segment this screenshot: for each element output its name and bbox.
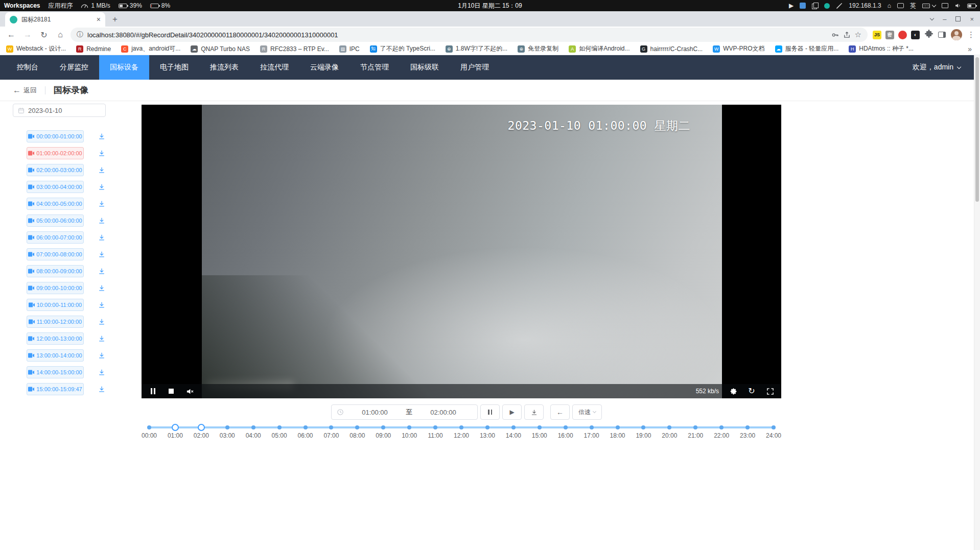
record-segment-button[interactable]: 03:00:00-04:00:00	[27, 181, 84, 193]
applications-menu-button[interactable]: 应用程序	[48, 2, 73, 10]
player-fullscreen-icon[interactable]	[766, 387, 774, 395]
tray-battery-icon[interactable]	[967, 4, 976, 8]
bookmark-item[interactable]: R RFC2833 – RTP Ev...	[260, 45, 329, 53]
battery-secondary-indicator[interactable]: 8%	[150, 2, 170, 9]
bookmark-item[interactable]: ⊕ 免登录复制	[518, 44, 558, 53]
download-icon[interactable]	[98, 351, 106, 360]
timeline-dot[interactable]	[616, 425, 620, 429]
timeline-dot[interactable]	[304, 425, 308, 429]
download-icon[interactable]	[98, 250, 106, 258]
record-segment-button[interactable]: 04:00:00-05:00:00	[27, 198, 84, 210]
download-icon[interactable]	[98, 183, 106, 191]
timeline-dot[interactable]	[511, 425, 516, 429]
nav-item[interactable]: 推流列表	[199, 55, 249, 80]
nav-item[interactable]: 分屏监控	[49, 55, 99, 80]
scrollbar-thumb[interactable]	[975, 57, 979, 202]
download-icon[interactable]	[98, 301, 106, 309]
record-segment-button[interactable]: 13:00:00-14:00:00	[27, 349, 84, 362]
site-info-icon[interactable]: ⓘ	[77, 30, 83, 39]
display-icon[interactable]	[942, 3, 948, 8]
window-maximize-button[interactable]	[955, 16, 961, 21]
battery-indicator[interactable]: 39%	[119, 2, 142, 9]
download-icon[interactable]	[98, 368, 106, 376]
bookmark-item[interactable]: 知 了不起的 TypeScri...	[370, 44, 435, 53]
bookmark-item[interactable]: ☁ 服务器 - 轻量应用...	[775, 44, 839, 53]
bookmark-item[interactable]: W Webstack - 设计...	[6, 44, 66, 53]
clock[interactable]: 1月10日 星期二 15：09	[458, 2, 522, 10]
download-icon[interactable]	[98, 267, 106, 275]
player-refresh-icon[interactable]: ↻	[748, 387, 756, 395]
back-link[interactable]: ← 返回	[13, 86, 37, 95]
tab-close-icon[interactable]: ×	[97, 16, 101, 23]
browser-tab[interactable]: 国标28181 ×	[5, 12, 105, 27]
tab-search-chevron-icon[interactable]	[930, 16, 934, 20]
record-segment-button[interactable]: 00:00:00-01:00:00	[27, 130, 84, 142]
download-icon[interactable]	[98, 385, 106, 393]
timeline-dot[interactable]	[667, 425, 671, 429]
workspaces-button[interactable]: Workspaces	[4, 2, 40, 9]
download-icon[interactable]	[98, 284, 106, 292]
download-icon[interactable]	[98, 233, 106, 242]
extensions-puzzle-icon[interactable]	[925, 30, 933, 40]
timeline-dot[interactable]	[590, 425, 594, 429]
rewind-button[interactable]: ←	[550, 404, 570, 420]
record-segment-button[interactable]: 11:00:00-12:00:00	[27, 316, 84, 328]
ip-address-indicator[interactable]: 192.168.1.3	[849, 2, 881, 9]
timeline-dot[interactable]	[719, 425, 724, 429]
player-settings-gear-icon[interactable]	[729, 387, 737, 395]
bookmark-item[interactable]: G hairrrrr/C-CrashC...	[640, 45, 703, 53]
window-minimize-button[interactable]: –	[943, 15, 946, 23]
download-icon[interactable]	[98, 132, 106, 140]
timeline-dot[interactable]	[745, 425, 750, 429]
clipboard-icon[interactable]	[812, 3, 818, 9]
extension-icon[interactable]: 密	[885, 31, 894, 39]
window-close-button[interactable]: ×	[970, 15, 974, 23]
network-speed-indicator[interactable]: 1 MB/s	[81, 2, 110, 9]
page-scrollbar[interactable]	[974, 55, 980, 550]
share-icon[interactable]	[843, 31, 851, 39]
timeline-dot[interactable]	[251, 425, 255, 429]
tools-icon[interactable]	[836, 3, 843, 9]
nav-item[interactable]: 节点管理	[349, 55, 400, 80]
timeline-dot[interactable]	[433, 425, 437, 429]
timeline-dot[interactable]	[277, 425, 282, 429]
record-segment-button[interactable]: 02:00:00-03:00:00	[27, 164, 84, 176]
extension-icon[interactable]: ◐	[911, 31, 920, 39]
record-segment-button[interactable]: 14:00:00-15:00:00	[27, 366, 84, 378]
volume-icon[interactable]	[954, 3, 961, 9]
record-segment-button[interactable]: 07:00:00-08:00:00	[27, 248, 84, 260]
speed-dropdown[interactable]: 倍速	[572, 404, 602, 420]
nav-item[interactable]: 拉流代理	[249, 55, 299, 80]
status-dot-icon[interactable]	[824, 3, 830, 9]
date-picker-input[interactable]: 2023-01-10	[13, 104, 106, 117]
browser-home-button[interactable]: ⌂	[54, 29, 66, 41]
forward-button[interactable]: →	[21, 29, 34, 41]
password-key-icon[interactable]	[831, 31, 839, 39]
time-range-input[interactable]: 01:00:00 至 02:00:00	[331, 404, 478, 420]
timeline-dot[interactable]	[381, 425, 385, 429]
player-pause-icon[interactable]	[149, 387, 157, 395]
timeline-dot[interactable]	[355, 425, 359, 429]
media-play-icon[interactable]: ▶	[789, 3, 794, 9]
range-start-time[interactable]: 01:00:00	[346, 409, 404, 416]
bookmark-item[interactable]: R Redmine	[76, 45, 111, 53]
notification-icon[interactable]	[897, 3, 904, 8]
record-segment-button[interactable]: 01:00:00-02:00:00	[27, 147, 84, 159]
timeline-dot[interactable]	[407, 425, 411, 429]
side-panel-icon[interactable]	[938, 32, 946, 38]
range-end-time[interactable]: 02:00:00	[414, 409, 472, 416]
nav-item[interactable]: 用户管理	[450, 55, 500, 80]
pause-button[interactable]	[480, 404, 500, 420]
reload-button[interactable]: ↻	[38, 29, 50, 41]
record-segment-button[interactable]: 06:00:00-07:00:00	[27, 231, 84, 244]
record-segment-button[interactable]: 15:00:00-15:09:47	[27, 383, 84, 395]
download-icon[interactable]	[98, 334, 106, 343]
download-button[interactable]	[524, 404, 544, 420]
input-language-indicator[interactable]: 英	[910, 2, 916, 10]
download-icon[interactable]	[98, 149, 106, 157]
nav-item[interactable]: 电子地图	[149, 55, 199, 80]
timeline-dot[interactable]	[147, 425, 151, 429]
bookmark-item[interactable]: ▤ IPC	[339, 45, 360, 53]
timeline-dot[interactable]	[564, 425, 568, 429]
timeline-dot[interactable]	[538, 425, 542, 429]
